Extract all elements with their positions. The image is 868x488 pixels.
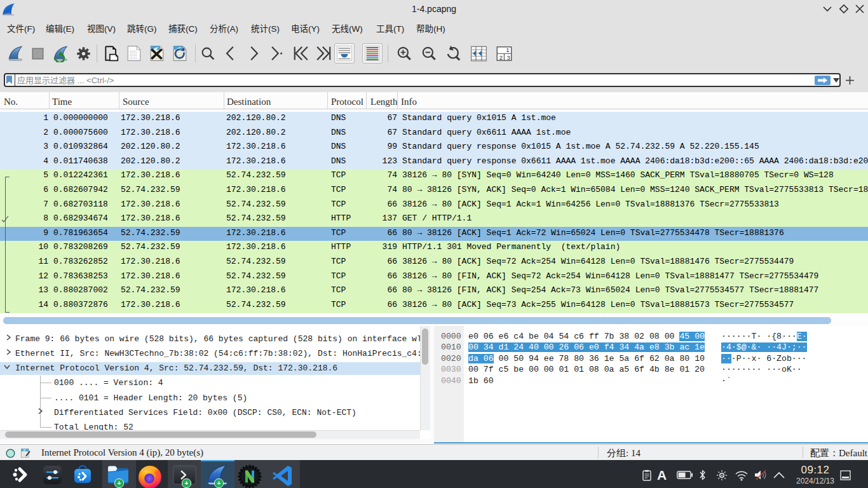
svg-text:2: 2 — [499, 54, 502, 61]
svg-text:3: 3 — [506, 54, 510, 61]
svg-text:0111: 0111 — [130, 57, 137, 60]
svg-text:1: 1 — [506, 46, 509, 53]
